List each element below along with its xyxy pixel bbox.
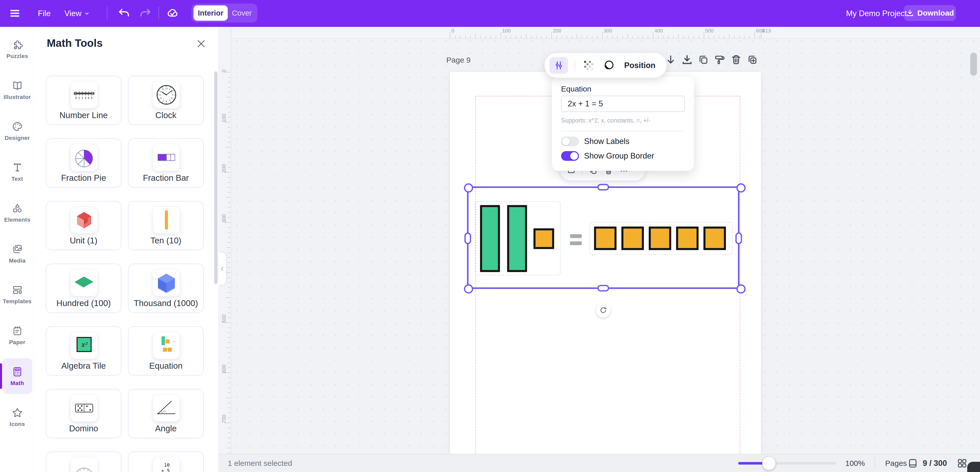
selection-handle[interactable]: [465, 233, 471, 244]
redo-button[interactable]: [140, 7, 151, 19]
tool-card-thousand[interactable]: Thousand (1000): [128, 264, 204, 313]
project-title[interactable]: My Demo Project: [846, 0, 907, 27]
selection-handle[interactable]: [464, 183, 473, 193]
notepad-icon: [11, 325, 23, 337]
cover-tab[interactable]: Cover: [228, 5, 256, 21]
tool-thumbnail: 45°: [153, 394, 180, 422]
main-menu-button[interactable]: [8, 6, 21, 20]
transparency-button[interactable]: [582, 59, 595, 72]
panel-close-button[interactable]: [196, 38, 207, 49]
show-labels-toggle[interactable]: [561, 137, 579, 146]
show-group-border-label: Show Group Border: [584, 151, 654, 161]
slider-thumb[interactable]: [762, 457, 775, 470]
checkerboard-icon: [582, 59, 595, 72]
svg-text:x²: x²: [81, 341, 88, 348]
toggle-knob: [562, 137, 570, 145]
tool-thumbnail: 123456789101112: [153, 81, 180, 108]
sidebar-item-icons[interactable]: Icons: [2, 399, 32, 435]
tool-card-fractionpie[interactable]: Fraction Pie: [46, 138, 121, 188]
arrow-down-icon[interactable]: [665, 54, 676, 66]
equation-input[interactable]: 2x + 1 = 5: [561, 96, 685, 112]
pages-icon[interactable]: [907, 458, 918, 469]
grid-view-icon[interactable]: [956, 458, 968, 469]
ruler-label: 100: [221, 114, 227, 123]
sidebar-item-elements[interactable]: Elements: [2, 195, 32, 231]
tool-card-clock[interactable]: 123456789101112 Clock: [128, 76, 204, 125]
help-button-partial[interactable]: [967, 462, 980, 472]
sidebar-item-puzzles[interactable]: Puzzles: [2, 31, 32, 67]
sidebar-item-label: Templates: [3, 298, 32, 305]
tool-card-hundred[interactable]: Hundred (100): [46, 264, 121, 313]
copy-icon[interactable]: [698, 54, 709, 66]
sidebar-item-math[interactable]: Math: [2, 358, 32, 394]
selection-handle[interactable]: [597, 285, 609, 292]
tool-card-protractor[interactable]: [46, 451, 121, 472]
paint-roller-icon[interactable]: [714, 54, 725, 66]
ruler-label: 200: [553, 28, 561, 34]
status-bar: 1 element selected 100% Pages 9 / 300: [218, 454, 980, 472]
selection-handle[interactable]: [597, 184, 609, 190]
interior-tab[interactable]: Interior: [194, 5, 228, 21]
toolbar-divider: [574, 60, 575, 71]
sidebar-item-label: Text: [11, 175, 23, 182]
sidebar-item-text[interactable]: Text: [2, 154, 32, 190]
tool-thumbnail: [70, 144, 98, 171]
tool-numberline-icon: 012345: [72, 83, 96, 107]
tool-card-numberline[interactable]: 012345 Number Line: [46, 76, 121, 125]
pages-label[interactable]: Pages: [885, 454, 907, 472]
svg-text:8: 8: [160, 97, 162, 99]
download-button[interactable]: Download: [904, 5, 956, 21]
panel-scrollbar[interactable]: [214, 71, 218, 284]
sidebar-item-label: Illustrator: [3, 94, 31, 100]
tool-label: Unit (1): [46, 236, 121, 246]
selection-handle[interactable]: [464, 284, 473, 293]
statusbar-divider: [875, 458, 875, 469]
tool-card-ten[interactable]: Ten (10): [128, 201, 204, 250]
tool-card-algebratile[interactable]: x² Algebra Tile: [46, 326, 121, 376]
page-indicator[interactable]: 9 / 300: [923, 454, 947, 472]
tool-card-unit[interactable]: Unit (1): [46, 201, 121, 250]
file-menu[interactable]: File: [38, 0, 51, 27]
download-icon[interactable]: [681, 54, 693, 66]
selection-handle[interactable]: [737, 183, 746, 193]
rotate-icon: [600, 306, 607, 314]
selection-handle[interactable]: [737, 284, 746, 293]
math-tools-panel: Math Tools 012345 Number Line 1234567891…: [35, 27, 218, 472]
undo-button[interactable]: [118, 7, 130, 19]
tool-label: Hundred (100): [46, 298, 121, 308]
selection-handle[interactable]: [735, 233, 742, 244]
element-settings-button[interactable]: [550, 57, 568, 73]
tool-card-equation[interactable]: = Equation: [128, 326, 204, 376]
tool-card-domino[interactable]: Domino: [46, 389, 121, 438]
panel-collapse-handle[interactable]: [218, 253, 226, 285]
sidebar-item-designer[interactable]: Designer: [2, 113, 32, 149]
trash-icon[interactable]: [730, 54, 742, 66]
tool-card-fractionbar[interactable]: Fraction Bar: [128, 138, 204, 188]
tool-card-angle[interactable]: 45° Angle: [128, 389, 204, 438]
contrast-button[interactable]: [602, 59, 616, 72]
tool-equation-icon: =: [154, 334, 178, 357]
floating-toolbar: Position: [544, 53, 667, 78]
position-button[interactable]: Position: [623, 61, 657, 70]
tool-thumbnail: [70, 394, 98, 422]
tool-label: Domino: [46, 424, 121, 434]
duplicate-plus-icon[interactable]: [747, 54, 758, 66]
tool-fractionpie-icon: [72, 146, 96, 169]
sidebar-item-illustrator[interactable]: Illustrator: [2, 72, 32, 108]
tool-card-addition[interactable]: 10+ 515: [128, 451, 204, 472]
svg-text:2: 2: [81, 96, 83, 100]
sidebar-item-templates[interactable]: Templates: [2, 276, 32, 312]
ruler-label: 300: [604, 28, 612, 34]
view-menu[interactable]: View: [64, 0, 90, 27]
cloud-sync-button[interactable]: [165, 6, 179, 20]
show-group-border-toggle[interactable]: [561, 151, 579, 161]
sidebar-item-paper[interactable]: Paper: [2, 317, 32, 353]
sidebar-item-media[interactable]: Media: [2, 236, 32, 271]
zoom-slider[interactable]: [738, 454, 836, 472]
window-scrollbar[interactable]: [970, 53, 977, 76]
selection-box[interactable]: [467, 187, 740, 289]
rotate-handle[interactable]: [596, 303, 611, 317]
panel-title: Math Tools: [47, 37, 103, 49]
interior-cover-toggle: Interior Cover: [191, 3, 258, 22]
svg-text:6: 6: [166, 100, 167, 102]
